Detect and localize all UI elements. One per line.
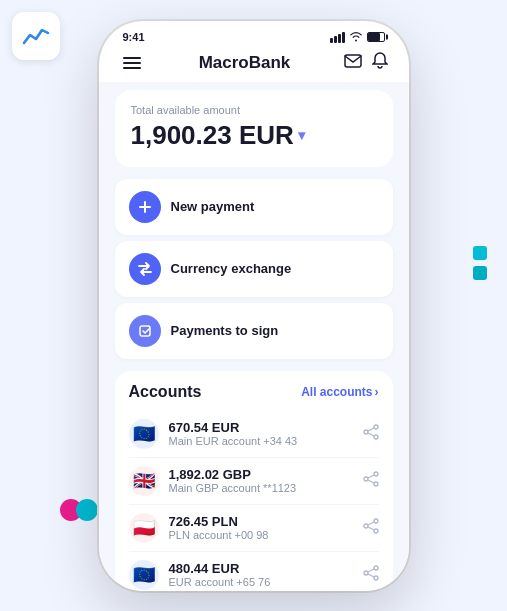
battery-icon: [367, 32, 385, 42]
account-name-eur1: Main EUR account +34 43: [169, 435, 353, 447]
notification-icon[interactable]: [372, 52, 388, 74]
share-icon-gbp1[interactable]: [363, 471, 379, 490]
payments-to-sign-label: Payments to sign: [171, 323, 279, 338]
account-row-pln1: 🇵🇱 726.45 PLN PLN account +00 98: [129, 505, 379, 552]
payments-to-sign-icon: [129, 315, 161, 347]
share-icon-eur1[interactable]: [363, 424, 379, 443]
deco-circle-teal: [76, 499, 98, 521]
accounts-title: Accounts: [129, 383, 202, 401]
svg-point-20: [364, 571, 368, 575]
account-amount-pln1: 726.45 PLN: [169, 514, 353, 529]
balance-section: Total available amount 1,900.23 EUR ▾: [115, 90, 393, 167]
svg-point-21: [374, 576, 378, 580]
account-name-gbp1: Main GBP account **1123: [169, 482, 353, 494]
accounts-header: Accounts All accounts ›: [129, 383, 379, 401]
balance-label: Total available amount: [131, 104, 377, 116]
svg-rect-0: [345, 55, 361, 67]
status-bar: 9:41: [99, 21, 409, 48]
share-icon-pln1[interactable]: [363, 518, 379, 537]
share-icon-eur2[interactable]: [363, 565, 379, 584]
battery-fill: [368, 33, 381, 41]
svg-point-6: [374, 435, 378, 439]
svg-line-22: [368, 569, 374, 572]
all-accounts-link[interactable]: All accounts ›: [301, 385, 378, 399]
wifi-icon: [349, 31, 363, 44]
currency-exchange-label: Currency exchange: [171, 261, 292, 276]
svg-line-12: [368, 475, 374, 478]
deco-dot-1: [473, 246, 487, 260]
svg-line-17: [368, 522, 374, 525]
account-name-eur2: EUR account +65 76: [169, 576, 353, 588]
account-row-eur1: 🇪🇺 670.54 EUR Main EUR account +34 43: [129, 411, 379, 458]
account-flag-eur2: 🇪🇺: [129, 560, 159, 590]
svg-line-7: [368, 428, 374, 431]
svg-point-19: [374, 566, 378, 570]
accounts-section: Accounts All accounts › 🇪🇺 670.54 EUR Ma…: [115, 371, 393, 591]
deco-dots: [473, 246, 487, 280]
svg-point-10: [364, 477, 368, 481]
mail-icon[interactable]: [344, 54, 362, 72]
payments-to-sign-button[interactable]: Payments to sign: [115, 303, 393, 359]
account-row-gbp1: 🇬🇧 1,892.02 GBP Main GBP account **1123: [129, 458, 379, 505]
deco-circles: [60, 499, 98, 521]
action-buttons: New payment Currency exchange: [115, 179, 393, 359]
all-accounts-label: All accounts: [301, 385, 372, 399]
account-info-eur2: 480.44 EUR EUR account +65 76: [169, 561, 353, 588]
account-flag-gbp1: 🇬🇧: [129, 466, 159, 496]
account-amount-eur1: 670.54 EUR: [169, 420, 353, 435]
chevron-right-icon: ›: [375, 385, 379, 399]
svg-point-9: [374, 472, 378, 476]
hamburger-menu[interactable]: [119, 53, 145, 73]
new-payment-label: New payment: [171, 199, 255, 214]
currency-exchange-icon: [129, 253, 161, 285]
svg-point-14: [374, 519, 378, 523]
account-amount-gbp1: 1,892.02 GBP: [169, 467, 353, 482]
account-flag-eur1: 🇪🇺: [129, 419, 159, 449]
nav-bar: MacroBank: [99, 48, 409, 82]
status-icons: [330, 31, 385, 44]
balance-amount: 1,900.23 EUR ▾: [131, 120, 377, 151]
main-content: Total available amount 1,900.23 EUR ▾ Ne…: [99, 82, 409, 591]
account-info-gbp1: 1,892.02 GBP Main GBP account **1123: [169, 467, 353, 494]
svg-point-15: [364, 524, 368, 528]
svg-point-5: [364, 430, 368, 434]
svg-line-8: [368, 433, 374, 436]
account-flag-pln1: 🇵🇱: [129, 513, 159, 543]
svg-point-11: [374, 482, 378, 486]
account-row-eur2: 🇪🇺 480.44 EUR EUR account +65 76: [129, 552, 379, 591]
new-payment-button[interactable]: New payment: [115, 179, 393, 235]
svg-line-13: [368, 480, 374, 483]
svg-line-23: [368, 574, 374, 577]
status-time: 9:41: [123, 31, 145, 43]
currency-exchange-button[interactable]: Currency exchange: [115, 241, 393, 297]
account-info-eur1: 670.54 EUR Main EUR account +34 43: [169, 420, 353, 447]
phone-frame: 9:41 Ma: [99, 21, 409, 591]
nav-actions: [344, 52, 388, 74]
deco-dot-2: [473, 266, 487, 280]
signal-icon: [330, 32, 345, 43]
svg-line-18: [368, 527, 374, 530]
app-title: MacroBank: [199, 53, 291, 73]
svg-point-4: [374, 425, 378, 429]
svg-point-16: [374, 529, 378, 533]
balance-dropdown-arrow[interactable]: ▾: [298, 127, 305, 143]
svg-rect-3: [140, 326, 150, 336]
deco-chart: [12, 12, 60, 60]
account-name-pln1: PLN account +00 98: [169, 529, 353, 541]
new-payment-icon: [129, 191, 161, 223]
account-info-pln1: 726.45 PLN PLN account +00 98: [169, 514, 353, 541]
account-amount-eur2: 480.44 EUR: [169, 561, 353, 576]
